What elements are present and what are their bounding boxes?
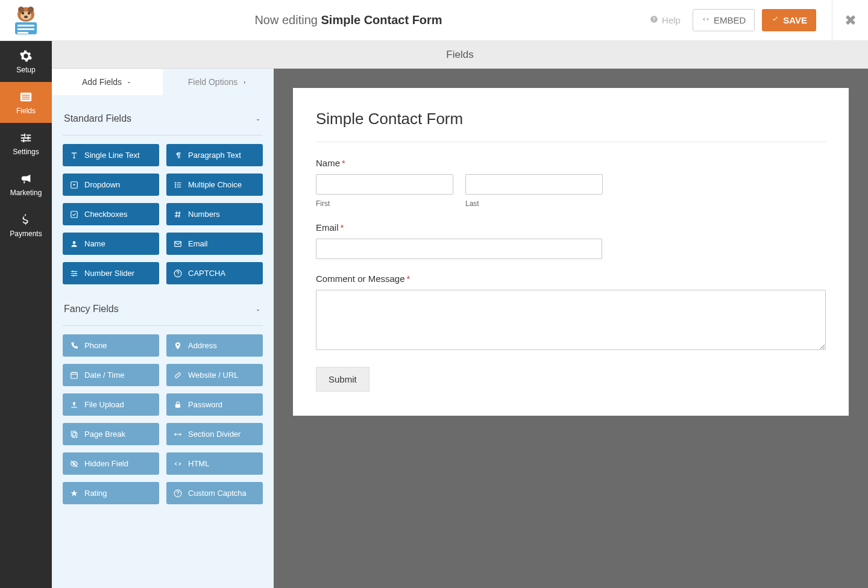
field-type-label: HTML bbox=[188, 459, 209, 468]
field-email[interactable]: Email* bbox=[316, 222, 826, 259]
svg-rect-24 bbox=[71, 211, 78, 217]
field-type-single-line-text[interactable]: Single Line Text bbox=[63, 144, 159, 166]
tab-add-fields[interactable]: Add Fields bbox=[52, 69, 163, 95]
save-label: SAVE bbox=[783, 15, 807, 25]
field-type-dropdown[interactable]: Dropdown bbox=[63, 174, 159, 196]
arrows-h-icon bbox=[174, 430, 182, 439]
nav-settings[interactable]: Settings bbox=[0, 123, 52, 164]
name-row: First Last bbox=[316, 174, 826, 208]
field-type-label: Address bbox=[188, 341, 217, 350]
field-type-name[interactable]: Name bbox=[63, 233, 159, 255]
logo-container bbox=[0, 5, 52, 36]
help-label: Help bbox=[662, 15, 681, 25]
field-type-password[interactable]: Password bbox=[166, 393, 263, 416]
required-asterisk: * bbox=[341, 222, 344, 233]
svg-rect-23 bbox=[177, 186, 181, 187]
field-type-page-break[interactable]: Page Break bbox=[63, 423, 159, 445]
field-type-label: Custom Captcha bbox=[188, 489, 247, 498]
field-type-number-slider[interactable]: Number Slider bbox=[63, 262, 159, 284]
svg-rect-33 bbox=[175, 404, 180, 407]
nav-setup-label: Setup bbox=[16, 66, 35, 74]
field-type-captcha[interactable]: CAPTCHA bbox=[166, 262, 263, 284]
embed-label: EMBED bbox=[714, 15, 746, 25]
embed-button[interactable]: EMBED bbox=[693, 9, 755, 31]
field-type-date-time[interactable]: Date / Time bbox=[63, 364, 159, 386]
field-type-paragraph-text[interactable]: Paragraph Text bbox=[166, 144, 263, 166]
lock-icon bbox=[174, 401, 182, 409]
list-ul-icon bbox=[174, 181, 182, 189]
tab-field-options[interactable]: Field Options bbox=[163, 69, 274, 95]
hash-icon bbox=[174, 210, 182, 219]
group-title-fancy: Fancy Fields bbox=[64, 304, 119, 314]
save-button[interactable]: SAVE bbox=[762, 9, 816, 31]
field-type-file-upload[interactable]: File Upload bbox=[63, 393, 159, 416]
last-name-col: Last bbox=[465, 174, 603, 208]
field-type-label: Phone bbox=[84, 341, 107, 350]
gear-icon bbox=[19, 49, 33, 63]
nav-fields[interactable]: Fields bbox=[0, 82, 52, 123]
nav-marketing[interactable]: Marketing bbox=[0, 164, 52, 205]
section-title: Fields bbox=[446, 49, 473, 61]
field-type-multiple-choice[interactable]: Multiple Choice bbox=[166, 174, 263, 196]
field-type-label: Name bbox=[84, 239, 105, 248]
left-nav: Setup Fields Settings Marketing Payments bbox=[0, 41, 52, 588]
field-type-hidden-field[interactable]: Hidden Field bbox=[63, 452, 159, 475]
svg-point-2 bbox=[28, 7, 34, 13]
field-type-label: Email bbox=[188, 239, 208, 248]
question-circle-icon bbox=[174, 489, 182, 498]
first-name-input[interactable] bbox=[316, 174, 453, 195]
field-type-label: Paragraph Text bbox=[188, 151, 241, 160]
field-name[interactable]: Name* First Last bbox=[316, 158, 826, 208]
fields-panel: Add Fields Field Options Standard Fields… bbox=[52, 69, 274, 588]
nav-settings-label: Settings bbox=[13, 148, 39, 156]
envelope-icon bbox=[174, 240, 182, 248]
calendar-icon bbox=[70, 371, 78, 380]
panel-tabs: Add Fields Field Options bbox=[52, 69, 274, 95]
close-area: ✖ bbox=[832, 0, 868, 41]
help-link[interactable]: ? Help bbox=[645, 11, 685, 29]
group-header-standard[interactable]: Standard Fields bbox=[63, 106, 263, 131]
close-icon[interactable]: ✖ bbox=[844, 12, 857, 29]
svg-point-1 bbox=[18, 7, 24, 13]
first-name-col: First bbox=[316, 174, 453, 208]
section-header: Fields bbox=[52, 41, 868, 69]
field-type-section-divider[interactable]: Section Divider bbox=[166, 423, 263, 445]
field-type-phone[interactable]: Phone bbox=[63, 334, 159, 357]
comment-textarea[interactable] bbox=[316, 290, 826, 350]
svg-point-28 bbox=[75, 272, 76, 274]
field-type-label: Number Slider bbox=[84, 269, 134, 278]
svg-rect-15 bbox=[22, 96, 30, 97]
nav-setup[interactable]: Setup bbox=[0, 41, 52, 82]
field-type-html[interactable]: HTML bbox=[166, 452, 263, 475]
form-preview[interactable]: Simple Contact Form Name* First Last Ema… bbox=[293, 88, 849, 416]
field-type-website-url[interactable]: Website / URL bbox=[166, 364, 263, 386]
top-bar: Now editing Simple Contact Form ? Help E… bbox=[0, 0, 868, 41]
topbar-actions: ? Help EMBED SAVE ✖ bbox=[645, 0, 868, 41]
group-header-fancy[interactable]: Fancy Fields bbox=[63, 296, 263, 322]
field-type-label: Single Line Text bbox=[84, 151, 140, 160]
field-type-checkboxes[interactable]: Checkboxes bbox=[63, 203, 159, 225]
tab-add-fields-label: Add Fields bbox=[82, 77, 122, 87]
email-input[interactable] bbox=[316, 239, 602, 259]
field-type-email[interactable]: Email bbox=[166, 233, 263, 255]
sliders-icon bbox=[19, 131, 33, 145]
field-type-custom-captcha[interactable]: Custom Captcha bbox=[166, 482, 263, 504]
panel-body: Standard Fields Single Line TextParagrap… bbox=[52, 95, 274, 534]
svg-rect-16 bbox=[22, 98, 30, 99]
sliders-icon bbox=[70, 269, 78, 278]
field-type-numbers[interactable]: Numbers bbox=[166, 203, 263, 225]
nav-payments[interactable]: Payments bbox=[0, 205, 52, 246]
svg-point-18 bbox=[175, 182, 176, 183]
group-title-standard: Standard Fields bbox=[64, 113, 131, 124]
last-name-input[interactable] bbox=[465, 174, 603, 195]
field-type-address[interactable]: Address bbox=[166, 334, 263, 357]
bullhorn-icon bbox=[19, 172, 33, 186]
field-type-rating[interactable]: Rating bbox=[63, 482, 159, 504]
editing-prefix: Now editing bbox=[254, 13, 318, 27]
submit-button[interactable]: Submit bbox=[316, 367, 370, 392]
svg-point-19 bbox=[175, 184, 176, 185]
field-comment[interactable]: Comment or Message* bbox=[316, 274, 826, 352]
comment-label: Comment or Message* bbox=[316, 274, 826, 284]
field-type-label: Multiple Choice bbox=[188, 180, 242, 189]
code-icon bbox=[174, 460, 182, 468]
